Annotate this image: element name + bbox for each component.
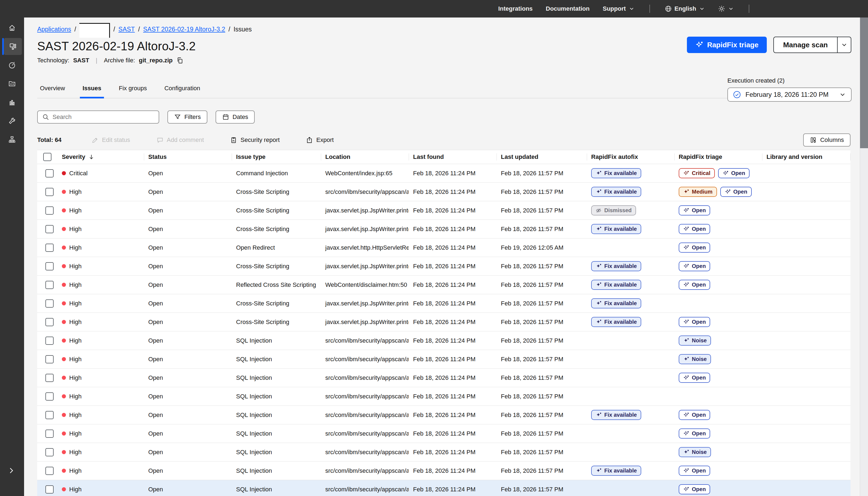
row-checkbox[interactable]: [45, 467, 54, 475]
column-header-status[interactable]: Status: [144, 150, 232, 164]
badge-dismissed[interactable]: Dismissed: [591, 205, 636, 215]
row-checkbox[interactable]: [45, 430, 54, 438]
nav-integrations[interactable]: Integrations: [498, 5, 533, 12]
sidebar-item-home[interactable]: [0, 19, 24, 37]
manage-scan-button[interactable]: Manage scan: [773, 37, 851, 53]
theme-menu[interactable]: [718, 5, 734, 12]
table-row[interactable]: High Open Cross-Site Scripting javax.ser…: [37, 220, 851, 238]
badge-noise[interactable]: Noise: [679, 336, 711, 346]
sidebar-item-tools[interactable]: [0, 111, 24, 130]
column-header-library[interactable]: Library and version: [762, 150, 851, 164]
scrollbar-thumb[interactable]: [860, 17, 868, 148]
badge-open[interactable]: Open: [679, 280, 710, 290]
badge-open[interactable]: Open: [679, 205, 710, 215]
nav-documentation[interactable]: Documentation: [546, 5, 590, 12]
tab-configuration[interactable]: Configuration: [162, 85, 203, 98]
column-header-location[interactable]: Location: [321, 150, 409, 164]
badge-medium[interactable]: Medium: [679, 187, 717, 197]
row-checkbox[interactable]: [45, 411, 54, 419]
sidebar-item-applications[interactable]: [0, 37, 24, 56]
column-header-last-found[interactable]: Last found: [409, 150, 497, 164]
badge-open[interactable]: Open: [679, 410, 710, 420]
breadcrumb-applications[interactable]: Applications: [37, 25, 71, 34]
row-checkbox[interactable]: [45, 188, 54, 196]
export-button[interactable]: Export: [306, 137, 334, 143]
badge-fix-available[interactable]: Fix available: [591, 466, 641, 476]
table-row[interactable]: High Open SQL Injection src/com/ibm/secu…: [37, 331, 851, 350]
sidebar-item-code-repos[interactable]: [0, 74, 24, 93]
table-row[interactable]: High Open Cross-Site Scripting javax.ser…: [37, 294, 851, 313]
table-row[interactable]: High Open Cross-Site Scripting javax.ser…: [37, 257, 851, 276]
badge-open[interactable]: Open: [679, 484, 710, 494]
badge-fix-available[interactable]: Fix available: [591, 261, 641, 271]
table-row[interactable]: High Open SQL Injection src/com/ibm/secu…: [37, 462, 851, 480]
badge-open[interactable]: Open: [679, 466, 710, 476]
search-input[interactable]: [52, 113, 154, 121]
dates-button[interactable]: Dates: [216, 110, 255, 124]
table-row[interactable]: High Open Reflected Cross Site Scripting…: [37, 276, 851, 294]
badge-open[interactable]: Open: [679, 261, 710, 271]
table-row[interactable]: High Open Cross-Site Scripting javax.ser…: [37, 201, 851, 220]
table-row[interactable]: High Open SQL Injection src/com/ibm/secu…: [37, 406, 851, 424]
badge-critical[interactable]: Critical: [679, 168, 715, 178]
tab-fix-groups[interactable]: Fix groups: [116, 85, 150, 98]
row-checkbox[interactable]: [45, 225, 54, 233]
table-row[interactable]: High Open SQL Injection src/com/ibm/secu…: [37, 387, 851, 406]
columns-button[interactable]: Columns: [803, 134, 851, 146]
column-header-rapidfix-triage[interactable]: RapidFix triage: [674, 150, 762, 164]
breadcrumb-scan[interactable]: SAST 2026-02-19 AltoroJ-3.2: [143, 25, 225, 34]
tab-overview[interactable]: Overview: [37, 85, 68, 98]
nav-support[interactable]: Support: [603, 5, 634, 12]
badge-open[interactable]: Open: [679, 243, 710, 253]
rapidfix-triage-button[interactable]: RapidFix triage: [687, 37, 767, 53]
badge-fix-available[interactable]: Fix available: [591, 298, 641, 308]
table-row[interactable]: High Open SQL Injection src/com/ibm/secu…: [37, 369, 851, 387]
add-comment-button[interactable]: Add comment: [156, 137, 204, 143]
row-checkbox[interactable]: [45, 206, 54, 215]
row-checkbox[interactable]: [45, 244, 54, 252]
badge-noise[interactable]: Noise: [679, 354, 711, 364]
language-menu[interactable]: English: [665, 5, 705, 12]
breadcrumb-sast[interactable]: SAST: [119, 25, 135, 34]
security-report-button[interactable]: Security report: [230, 137, 279, 143]
row-checkbox[interactable]: [45, 318, 54, 326]
badge-open[interactable]: Open: [720, 187, 752, 197]
badge-fix-available[interactable]: Fix available: [591, 187, 641, 197]
table-row[interactable]: High Open SQL Injection src/com/ibm/secu…: [37, 443, 851, 462]
tab-issues[interactable]: Issues: [80, 85, 104, 98]
sidebar-item-scans[interactable]: [0, 56, 24, 74]
sidebar-item-reports[interactable]: [0, 93, 24, 111]
column-header-last-updated[interactable]: Last updated: [497, 150, 587, 164]
row-checkbox[interactable]: [45, 448, 54, 456]
table-row[interactable]: Critical Open Command Injection WebConte…: [37, 164, 851, 183]
execution-select[interactable]: February 18, 2026 11:20 PM: [727, 88, 852, 102]
badge-fix-available[interactable]: Fix available: [591, 280, 641, 290]
badge-noise[interactable]: Noise: [679, 447, 711, 457]
badge-open[interactable]: Open: [718, 168, 749, 178]
table-row[interactable]: High Open Open Redirect javax.servlet.ht…: [37, 238, 851, 257]
row-checkbox[interactable]: [45, 281, 54, 289]
copy-icon[interactable]: [177, 57, 184, 64]
row-checkbox[interactable]: [45, 355, 54, 363]
table-row[interactable]: High Open SQL Injection src/com/ibm/secu…: [37, 480, 851, 496]
table-row[interactable]: High Open SQL Injection src/com/ibm/secu…: [37, 350, 851, 369]
column-header-severity[interactable]: Severity: [58, 150, 144, 164]
row-checkbox[interactable]: [45, 485, 54, 494]
sidebar-expand-button[interactable]: [7, 466, 15, 475]
row-checkbox[interactable]: [45, 169, 54, 177]
row-checkbox[interactable]: [45, 262, 54, 270]
table-row[interactable]: High Open Cross-Site Scripting javax.ser…: [37, 313, 851, 331]
edit-status-button[interactable]: Edit status: [92, 137, 130, 143]
badge-open[interactable]: Open: [679, 317, 710, 327]
table-row[interactable]: High Open SQL Injection src/com/ibm/secu…: [37, 424, 851, 443]
select-all-checkbox[interactable]: [43, 153, 51, 161]
row-checkbox[interactable]: [45, 392, 54, 401]
row-checkbox[interactable]: [45, 299, 54, 308]
badge-fix-available[interactable]: Fix available: [591, 168, 641, 178]
column-header-issue-type[interactable]: Issue type: [232, 150, 321, 164]
column-header-rapidfix-autofix[interactable]: RapidFix autofix: [587, 150, 674, 164]
sidebar-item-network[interactable]: [0, 130, 24, 149]
badge-fix-available[interactable]: Fix available: [591, 410, 641, 420]
badge-open[interactable]: Open: [679, 429, 710, 438]
badge-fix-available[interactable]: Fix available: [591, 224, 641, 234]
